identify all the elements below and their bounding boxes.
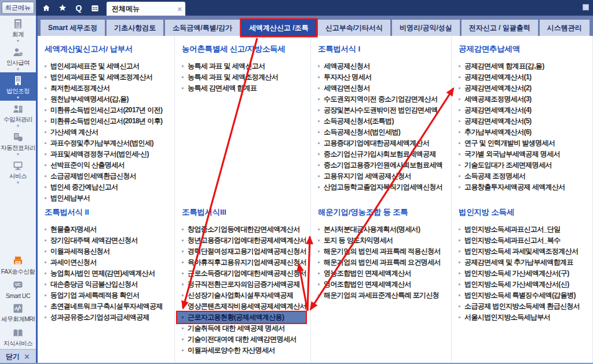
menu-item[interactable]: 동업기업 과세특례적용 확인서 <box>45 290 171 301</box>
menu-item[interactable]: 영상콘텐츠제작비용세액공제세액계산서 <box>182 301 307 312</box>
menu-item[interactable]: 미환류소득법인세신고서(2018년 이후) <box>45 116 171 127</box>
menu-item[interactable]: 공제감면세액계산서(1) <box>459 72 589 83</box>
menu-item[interactable]: 추가납부세액계산서(6) <box>459 127 589 138</box>
menu-item[interactable]: 법인지방소득세과표신고서_복수 <box>459 235 589 246</box>
menu-item[interactable]: 경력단절여성재고용기업세액공제신청서 <box>182 246 307 257</box>
sidebar-item-지식서비스[interactable]: 지식서비스 <box>0 325 36 349</box>
sidebar-item-서비스[interactable]: 서비스▾ <box>0 157 36 186</box>
menu-item[interactable]: 소급공제 법인지방소득세액 환급신청서 <box>459 301 589 312</box>
menu-item[interactable]: 세액공제신청서 <box>318 61 448 72</box>
menu-tab-0[interactable]: Smart 세무조정 <box>41 20 105 36</box>
menu-item[interactable]: 토지 등 양도차익명세서 <box>318 235 448 246</box>
search-icon[interactable]: Q <box>72 2 86 14</box>
window-control-icon[interactable] <box>583 4 589 10</box>
sidebar-item-수임처관리[interactable]: 수임처관리▾ <box>0 101 36 129</box>
menu-tab-5[interactable]: 비영리/공익/성실 <box>392 20 460 36</box>
sidebar-item-세무회계MRI[interactable]: 세무회계MRI <box>0 300 36 325</box>
menu-item[interactable]: 선박표준이익 산출명세서 <box>45 160 171 171</box>
menu-item[interactable]: 기술이전대여에 대한 세액감면명세서 <box>182 334 307 345</box>
menu-item[interactable]: 해운기업의 과세표준계산특례 포기신청 <box>318 290 448 301</box>
menu-item[interactable]: 고용유지기업 세액공제신청서 <box>318 171 448 182</box>
open-tab-전체메뉴[interactable]: 전체메뉴 × <box>107 2 185 16</box>
recent-menu-button[interactable]: 최근메뉴 <box>2 2 34 14</box>
menu-item[interactable]: 미환류소득법인세신고서(2017년 이전) <box>45 105 171 116</box>
menu-item[interactable]: 소득공제 조정명세서 <box>459 171 589 182</box>
menu-item[interactable]: 농특세 감면세액 합계표 <box>182 83 307 94</box>
menu-item[interactable]: 초연결네트워크구축시설투자세액공제 <box>45 301 171 312</box>
menu-item[interactable]: 국가별 외국납부세액공제 명세서 <box>459 149 589 160</box>
menu-item[interactable]: 육아휴직후고용유지기업세액공제신청서 <box>182 257 307 268</box>
menu-item[interactable]: 기술취득에 대한 세액공제 명세서 <box>182 323 307 334</box>
menu-item[interactable]: 신성장기술사업화시설투자세액공제 <box>182 290 307 301</box>
menu-item[interactable]: 공장및본사수도권밖이전 법인감면세액 <box>318 105 448 116</box>
menu-item[interactable]: 이월과세적용신청서 <box>45 246 171 257</box>
sidebar-close-button[interactable]: 닫기 ✕ <box>0 349 36 364</box>
menu-item[interactable]: 과표및세액경정청구서(법인세-신) <box>45 149 171 160</box>
menu-item[interactable]: 산업고등학교졸업자복직기업세액신청서 <box>318 182 448 193</box>
home-icon[interactable] <box>39 2 53 14</box>
close-icon[interactable]: × <box>177 5 182 13</box>
menu-item[interactable]: 본사처분대금사용계획서(명세서) <box>318 224 448 235</box>
menu-item[interactable]: 고용창출투자세액공제 세액계산서 <box>459 182 589 193</box>
menu-tab-6[interactable]: 전자신고 / 일괄출력 <box>462 20 538 36</box>
menu-item[interactable]: 이월과세로양수한 자산명세서 <box>182 345 307 356</box>
menu-item[interactable]: 최저한세조정계산서 <box>45 83 171 94</box>
menu-item[interactable]: 공제감면세액계산서(2) <box>459 83 589 94</box>
menu-item[interactable]: 가산세액 계산서 <box>45 127 171 138</box>
sidebar-item-회계[interactable]: 회계▾ <box>0 16 36 44</box>
menu-item[interactable]: 근로소득증대기업에대한세액공제신청서 <box>182 268 307 279</box>
menu-item[interactable]: 소급공제법인세액환급신청서 <box>45 171 171 182</box>
sidebar-item-인사급여[interactable]: 인사급여▾ <box>0 44 36 72</box>
menu-item[interactable]: 법인세과세표준 및 세액조정계산서 <box>45 72 171 83</box>
menu-item[interactable]: 법인지방소득세 특별징수세액(갑을병) <box>459 290 589 301</box>
menu-item[interactable]: 원천납부세액명세서(갑,을) <box>45 94 171 105</box>
menu-tab-1[interactable]: 기초사항검토 <box>107 20 163 36</box>
menu-item[interactable]: 고용증대기업에대한공제세액계산서 <box>318 138 448 149</box>
menu-item[interactable]: 성과공유중소기업성과급세액공제 <box>45 312 171 323</box>
menu-item[interactable]: 법인세과세표준 및 세액신고서 <box>45 61 171 72</box>
menu-item[interactable]: 과표수정및추가납부계산서(법인세) <box>45 138 171 149</box>
menu-item[interactable]: 농업회사법인 면제(감면)세액계산서 <box>45 268 171 279</box>
menu-item[interactable]: 정규직전환근로자의임금증가세액공제 <box>182 279 307 290</box>
menu-tab-4[interactable]: 신고부속/기타서식 <box>318 20 390 36</box>
menu-item[interactable]: 세액공제조정명세서(3) <box>459 94 589 105</box>
menu-item[interactable]: 공제감면세액 합계표(갑,을) <box>459 61 589 72</box>
menu-tab-7[interactable]: 시스템관리 <box>540 20 590 36</box>
star-icon[interactable] <box>56 2 69 14</box>
menu-item[interactable]: 소득공제신청서(조특법) <box>318 116 448 127</box>
menu-item[interactable]: 해운기업의 법인세 과표특례 요건명세서 <box>318 257 448 268</box>
menu-item[interactable]: 공제감면세액 및 추가납부세액합계표 <box>459 257 589 268</box>
menu-item[interactable]: 법인지방소득세 가산세액계산서(신) <box>459 279 589 290</box>
menu-item[interactable]: 창업중소기업등에대한감면세액계산서 <box>182 224 307 235</box>
menu-item[interactable]: 대손충당금 익금불산입신청서 <box>45 279 171 290</box>
menu-item[interactable]: 영농조합법인 면제세액계산서 <box>318 268 448 279</box>
menu-item[interactable]: 중소기업고용증가인원에사회보험료세액 <box>318 160 448 171</box>
menu-item[interactable]: 법인지방소득세과표신고서_단일 <box>459 224 589 235</box>
menu-item[interactable]: 기술도입대가 조세면제명세서 <box>459 160 589 171</box>
menu-item[interactable]: 수도권외지역이전 중소기업감면계산서 <box>318 94 448 105</box>
menu-item[interactable]: 연구 및 인력개발비 발생명세서 <box>459 138 589 149</box>
menu-item[interactable]: 중소기업신규가입사회보험료세액공제 <box>318 149 448 160</box>
menu-item[interactable]: 서울시법인지방소득세납부서 <box>459 312 589 323</box>
menu-item[interactable]: 소득공제신청서(법인세법) <box>318 127 448 138</box>
calendar-icon[interactable] <box>88 2 102 14</box>
menu-item-highlighted[interactable]: 근로자고용현황(공제세액계산용) <box>177 312 306 323</box>
menu-item[interactable]: 장기임대주택 세액감면신청서 <box>45 235 171 246</box>
menu-item[interactable]: 농특세 과표 및 세액신고서 <box>182 61 307 72</box>
menu-item[interactable]: 공제감면세액계산서(5) <box>459 116 589 127</box>
menu-item[interactable]: 영어조합법인 면제세액계산서 <box>318 279 448 290</box>
sidebar-item-자동전표처리[interactable]: 자동전표처리▾ <box>0 129 36 157</box>
menu-tab-3[interactable]: 세액계산신고 /조특 <box>241 20 316 36</box>
sidebar-item-법인조정[interactable]: 법인조정▾ <box>0 72 36 101</box>
menu-item[interactable]: 현물출자명세서 <box>45 224 171 235</box>
menu-tab-2[interactable]: 소득금액/특별/감가 <box>165 20 240 36</box>
menu-item[interactable]: 법인지방소득세 과세및세액조정계산서 <box>459 246 589 257</box>
menu-item[interactable]: 공제감면세액계산서(4) <box>459 105 589 116</box>
menu-item[interactable]: 과세이연신청서 <box>45 257 171 268</box>
menu-item[interactable]: 법인지방소득세 가산세액계산서(구) <box>459 268 589 279</box>
menu-item[interactable]: 세액감면신청서 <box>318 83 448 94</box>
menu-item[interactable]: 법인세 중간예납신고서 <box>45 182 171 193</box>
sidebar-item-FAX송수신함[interactable]: FAX송수신함 <box>0 253 36 277</box>
sidebar-item-Smart UC[interactable]: UCSmart UC <box>0 277 36 300</box>
menu-item[interactable]: 투자자산 명세서 <box>318 72 448 83</box>
